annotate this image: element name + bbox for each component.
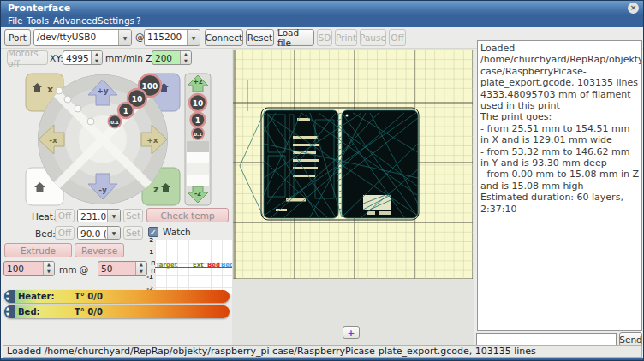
- chevron-down-icon[interactable]: ▼: [107, 227, 120, 239]
- graph-label-ext: Ext: [193, 262, 204, 269]
- connect-button[interactable]: Connect: [205, 29, 243, 46]
- z-step-row[interactable]: [187, 163, 209, 175]
- z-dist-1[interactable]: 1: [191, 113, 206, 127]
- z-dist-10[interactable]: 10: [189, 94, 206, 111]
- spinner-arrows-icon[interactable]: ▲▼: [91, 51, 102, 64]
- heat-temp-combo[interactable]: 231.0 (u ▼: [77, 209, 121, 222]
- heater-gauge-label: Heater:: [18, 292, 54, 301]
- spinner-arrows-icon[interactable]: ▲▼: [43, 262, 54, 275]
- bed-temp-value: 90.0 (u: [78, 227, 107, 239]
- watch-checkbox[interactable]: ✓: [148, 227, 158, 237]
- window-title: Pronterface: [8, 3, 70, 14]
- reset-button[interactable]: Reset: [246, 29, 274, 46]
- title-bar[interactable]: Pronterface ×: [1, 1, 643, 15]
- graph-label-bed: Bed: [207, 262, 220, 269]
- menu-tools[interactable]: Tools: [27, 15, 49, 27]
- motors-off-button[interactable]: Motors off: [7, 50, 48, 65]
- z-feed-value: 200: [152, 51, 180, 64]
- minus-y-label: -y: [98, 186, 107, 194]
- graph-label-target: Target: [156, 262, 177, 269]
- sd-button[interactable]: SD: [317, 29, 332, 46]
- gcode-viewer-canvas[interactable]: [233, 50, 473, 279]
- print-button[interactable]: Print: [335, 29, 357, 46]
- menu-bar: File Tools Advanced Settings ?: [1, 15, 643, 27]
- z-step-row[interactable]: [187, 175, 209, 186]
- reverse-button[interactable]: Reverse: [75, 243, 124, 257]
- heater-gauge: ▲▼ Heater: T° 0/0: [4, 290, 230, 303]
- z-feed-label: mm/min Z:: [105, 53, 155, 63]
- command-input[interactable]: [476, 333, 617, 346]
- load-file-button[interactable]: Load file: [277, 29, 314, 46]
- close-icon[interactable]: ×: [628, 3, 639, 14]
- pronterface-window: Pronterface × File Tools Advanced Settin…: [0, 0, 644, 361]
- check-temp-button[interactable]: Check temp: [146, 208, 229, 222]
- menu-file[interactable]: File: [8, 15, 23, 27]
- at-label: @: [135, 32, 145, 42]
- bed-temp-combo[interactable]: 90.0 (u ▼: [77, 226, 121, 240]
- extrude-speed-value: 50: [98, 262, 135, 275]
- xy-feed-spinner[interactable]: 4995 ▲▼: [63, 50, 103, 65]
- off-button[interactable]: Off: [389, 29, 406, 46]
- heat-set-button[interactable]: Set: [123, 209, 143, 222]
- jog-pad: x y z +y: [25, 73, 181, 206]
- menu-settings[interactable]: Settings: [98, 15, 134, 27]
- svg-text:100: 100: [142, 82, 158, 91]
- extrude-length-value: 100: [4, 262, 43, 275]
- chevron-down-icon[interactable]: ▼: [118, 30, 131, 45]
- status-bar: Loaded /home/churchyard/RepRap/objekty/r…: [3, 345, 642, 358]
- bed-gauge-slider[interactable]: ▲▼: [4, 305, 15, 318]
- extrude-speed-spinner[interactable]: 50 ▲▼: [98, 261, 147, 276]
- xy-feed-value: 4995: [63, 51, 91, 64]
- z-jog-column: +z 10 1 0.1 -z: [184, 73, 213, 206]
- bed-label: Bed:: [35, 228, 56, 239]
- bed-gauge-value: T° 0/0: [75, 307, 103, 317]
- menu-help[interactable]: ?: [136, 15, 141, 27]
- baud-combo-value: 115200: [145, 30, 187, 45]
- port-button[interactable]: Port: [4, 29, 31, 46]
- log-output[interactable]: Loaded /home/churchyard/RepRap/objekty/r…: [477, 40, 642, 331]
- plus-z-label: +z: [193, 78, 203, 86]
- heat-temp-value: 231.0 (u: [78, 210, 107, 222]
- bed-off-button[interactable]: Off: [55, 226, 75, 240]
- z-feed-spinner[interactable]: 200 ▲▼: [152, 50, 192, 65]
- spinner-arrows-icon[interactable]: ▲▼: [180, 51, 191, 64]
- svg-text:0.1: 0.1: [110, 120, 119, 125]
- svg-text:0.1: 0.1: [194, 132, 202, 137]
- extrude-button[interactable]: Extrude: [4, 243, 72, 257]
- svg-text:1: 1: [123, 107, 128, 115]
- chevron-down-icon[interactable]: ▼: [187, 30, 200, 45]
- plus-x-label: +x: [146, 136, 158, 145]
- z-dist-01[interactable]: 0.1: [192, 127, 204, 139]
- watch-label: Watch: [163, 227, 191, 237]
- jog-dist-01[interactable]: 0.1: [109, 115, 122, 128]
- bed-set-button[interactable]: Set: [123, 226, 143, 240]
- port-combo-value: /dev/ttyUSB0: [34, 30, 118, 45]
- plus-y-label: +y: [97, 86, 109, 95]
- minus-x-label: -x: [49, 136, 57, 145]
- viewer-zoom-in-button[interactable]: +: [343, 326, 360, 339]
- minus-z-label: -z: [194, 190, 201, 198]
- heater-gauge-value: T° 0/0: [75, 292, 103, 301]
- z-step-row[interactable]: [187, 152, 209, 163]
- port-combo[interactable]: /dev/ttyUSB0 ▼: [33, 29, 132, 46]
- z-step-row[interactable]: [187, 141, 209, 152]
- chevron-down-icon[interactable]: ▼: [107, 210, 120, 222]
- heater-gauge-slider[interactable]: ▲▼: [4, 290, 15, 303]
- xy-feed-label: XY:: [50, 53, 63, 63]
- bed-gauge-label: Bed:: [18, 307, 40, 317]
- mm-at-label: mm @: [59, 264, 88, 275]
- graph-tick: 2: [141, 237, 153, 244]
- bed-gauge: ▲▼ Bed: T° 0/0: [4, 305, 230, 318]
- baud-combo[interactable]: 115200 ▼: [144, 29, 200, 46]
- window-bottom-edge: [1, 358, 643, 360]
- extrude-length-spinner[interactable]: 100 ▲▼: [3, 261, 55, 276]
- heat-label: Heat:: [32, 211, 56, 222]
- heat-off-button[interactable]: Off: [55, 209, 75, 222]
- svg-text:1: 1: [195, 116, 200, 125]
- svg-text:10: 10: [193, 99, 204, 108]
- menu-advanced[interactable]: Advanced: [53, 15, 98, 27]
- jog-dist-1[interactable]: 1: [118, 103, 134, 118]
- home-x-label: x: [47, 84, 53, 95]
- pause-button[interactable]: Pause: [360, 29, 386, 46]
- graph-tick: -1: [141, 274, 153, 281]
